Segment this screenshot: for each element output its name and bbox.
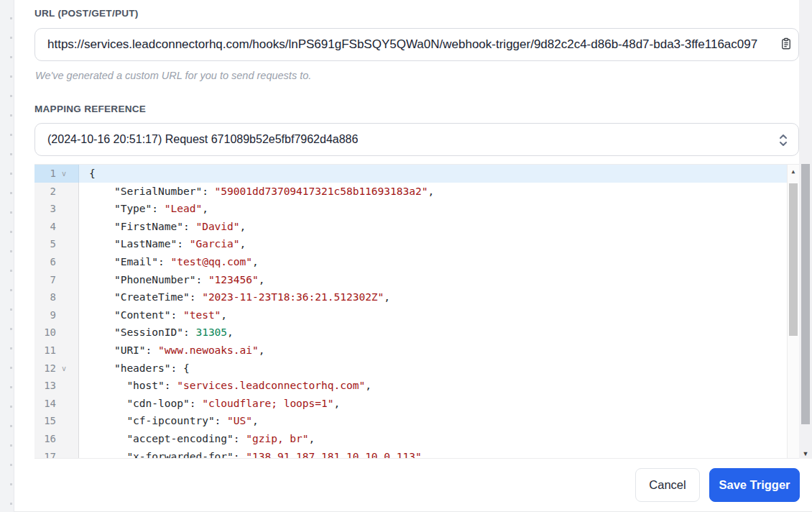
code-line-12[interactable]: 12v "headers": { xyxy=(34,360,799,378)
code-text: "host": "services.leadconnectorhq.com", xyxy=(79,377,372,395)
code-line-15[interactable]: 15 "cf-ipcountry": "US", xyxy=(34,412,799,430)
fold-chevron-icon[interactable]: v xyxy=(56,165,72,183)
code-line-8[interactable]: 8 "CreateTime": "2023-11-23T18:36:21.512… xyxy=(34,288,799,306)
scroll-down-arrow-icon[interactable]: ▼ xyxy=(799,450,812,457)
fold-placeholder xyxy=(56,183,72,201)
line-gutter: 17 xyxy=(34,448,79,460)
fold-placeholder xyxy=(56,218,72,236)
code-text: "SessionID": 31305, xyxy=(79,324,234,342)
fold-placeholder xyxy=(56,395,72,413)
line-gutter: 5 xyxy=(34,235,79,253)
url-field-label: URL (POST/GET/PUT) xyxy=(34,8,139,19)
code-line-6[interactable]: 6 "Email": "test@qq.com", xyxy=(34,253,799,271)
code-line-5[interactable]: 5 "LastName": "Garcia", xyxy=(34,235,799,253)
code-line-16[interactable]: 16 "accept-encoding": "gzip, br", xyxy=(34,430,799,448)
code-line-9[interactable]: 9 "Content": "test", xyxy=(34,306,799,324)
code-line-17[interactable]: 17 "x-forwarded-for": "138.91.187.181,10… xyxy=(34,448,799,460)
code-line-4[interactable]: 4 "FirstName": "David", xyxy=(34,218,799,236)
fold-placeholder xyxy=(56,448,72,460)
line-gutter: 13 xyxy=(34,377,79,395)
code-text: "CreateTime": "2023-11-23T18:36:21.51230… xyxy=(79,288,390,306)
code-lines: 1v{2 "SerialNumber": "59001dd73709417321… xyxy=(34,165,799,459)
fold-placeholder xyxy=(56,430,72,448)
fold-placeholder xyxy=(56,306,72,324)
code-text: "headers": { xyxy=(79,360,190,378)
code-line-10[interactable]: 10 "SessionID": 31305, xyxy=(34,324,799,342)
line-number: 5 xyxy=(34,235,56,253)
line-gutter: 12v xyxy=(34,360,79,378)
line-number: 8 xyxy=(34,288,56,306)
line-number: 4 xyxy=(34,218,56,236)
code-text: "Content": "test", xyxy=(79,306,227,324)
line-gutter: 4 xyxy=(34,218,79,236)
line-gutter: 1v xyxy=(34,165,79,183)
line-gutter: 7 xyxy=(34,271,79,289)
mapping-reference-selected-value: (2024-10-16 20:51:17) Request 671089b52e… xyxy=(47,133,358,146)
webhook-url-input[interactable] xyxy=(34,28,799,61)
editor-scrollbar[interactable]: ▲ xyxy=(787,165,799,458)
code-line-14[interactable]: 14 "cdn-loop": "cloudflare; loops=1", xyxy=(34,395,799,413)
line-gutter: 9 xyxy=(34,306,79,324)
code-text: "x-forwarded-for": "138.91.187.181,10.10… xyxy=(79,448,428,460)
line-gutter: 14 xyxy=(34,395,79,413)
line-number: 6 xyxy=(34,253,56,271)
code-line-2[interactable]: 2 "SerialNumber": "59001dd73709417321c58… xyxy=(34,183,799,201)
editor-scrollbar-thumb[interactable] xyxy=(789,183,798,336)
line-number: 12 xyxy=(34,360,56,378)
line-number: 17 xyxy=(34,448,56,460)
line-number: 9 xyxy=(34,306,56,324)
url-helper-text: We've generated a custom URL for you to … xyxy=(35,70,311,81)
fold-placeholder xyxy=(56,235,72,253)
code-text: "SerialNumber": "59001dd73709417321c58b1… xyxy=(79,183,434,201)
code-text: "FirstName": "David", xyxy=(79,218,246,236)
up-down-chevron-icon xyxy=(778,132,788,151)
code-text: { xyxy=(79,165,96,183)
code-text: "PhoneNumber": "123456", xyxy=(79,271,264,289)
code-text: "URI": "www.newoaks.ai", xyxy=(79,342,264,360)
line-gutter: 10 xyxy=(34,324,79,342)
line-gutter: 16 xyxy=(34,430,79,448)
fold-placeholder xyxy=(56,288,72,306)
code-text: "Email": "test@qq.com", xyxy=(79,253,259,271)
copy-url-button[interactable] xyxy=(779,37,793,52)
mapping-reference-select[interactable]: (2024-10-16 20:51:17) Request 671089b52e… xyxy=(34,123,799,156)
code-text: "cdn-loop": "cloudflare; loops=1", xyxy=(79,395,340,413)
modal-scrollbar-thumb[interactable] xyxy=(801,164,810,424)
line-number: 2 xyxy=(34,183,56,201)
scroll-up-arrow-icon[interactable]: ▲ xyxy=(788,168,799,175)
code-line-3[interactable]: 3 "Type": "Lead", xyxy=(34,200,799,218)
fold-chevron-icon[interactable]: v xyxy=(56,360,72,378)
line-number: 7 xyxy=(34,271,56,289)
code-text: "Type": "Lead", xyxy=(79,200,208,218)
fold-placeholder xyxy=(56,271,72,289)
clipboard-icon xyxy=(780,42,793,52)
line-number: 16 xyxy=(34,430,56,448)
webhook-url-field xyxy=(34,28,799,61)
fold-placeholder xyxy=(56,324,72,342)
save-trigger-button[interactable]: Save Trigger xyxy=(709,468,800,502)
line-number: 1 xyxy=(34,165,56,183)
modal-scrollbar[interactable]: ▼ xyxy=(799,0,812,459)
line-number: 15 xyxy=(34,412,56,430)
code-line-13[interactable]: 13 "host": "services.leadconnectorhq.com… xyxy=(34,377,799,395)
line-gutter: 8 xyxy=(34,288,79,306)
line-gutter: 2 xyxy=(34,183,79,201)
line-number: 11 xyxy=(34,342,56,360)
fold-placeholder xyxy=(56,377,72,395)
line-gutter: 11 xyxy=(34,342,79,360)
code-text: "cf-ipcountry": "US", xyxy=(79,412,259,430)
fold-placeholder xyxy=(56,200,72,218)
code-line-1[interactable]: 1v{ xyxy=(34,165,799,183)
fold-placeholder xyxy=(56,253,72,271)
code-line-7[interactable]: 7 "PhoneNumber": "123456", xyxy=(34,271,799,289)
line-number: 13 xyxy=(34,377,56,395)
fold-placeholder xyxy=(56,412,72,430)
line-gutter: 3 xyxy=(34,200,79,218)
code-line-11[interactable]: 11 "URI": "www.newoaks.ai", xyxy=(34,342,799,360)
cancel-button[interactable]: Cancel xyxy=(635,468,700,502)
line-gutter: 15 xyxy=(34,412,79,430)
workflow-canvas-dot-grid xyxy=(0,0,14,512)
line-number: 14 xyxy=(34,395,56,413)
json-payload-editor[interactable]: 1v{2 "SerialNumber": "59001dd73709417321… xyxy=(34,164,799,459)
line-number: 10 xyxy=(34,324,56,342)
